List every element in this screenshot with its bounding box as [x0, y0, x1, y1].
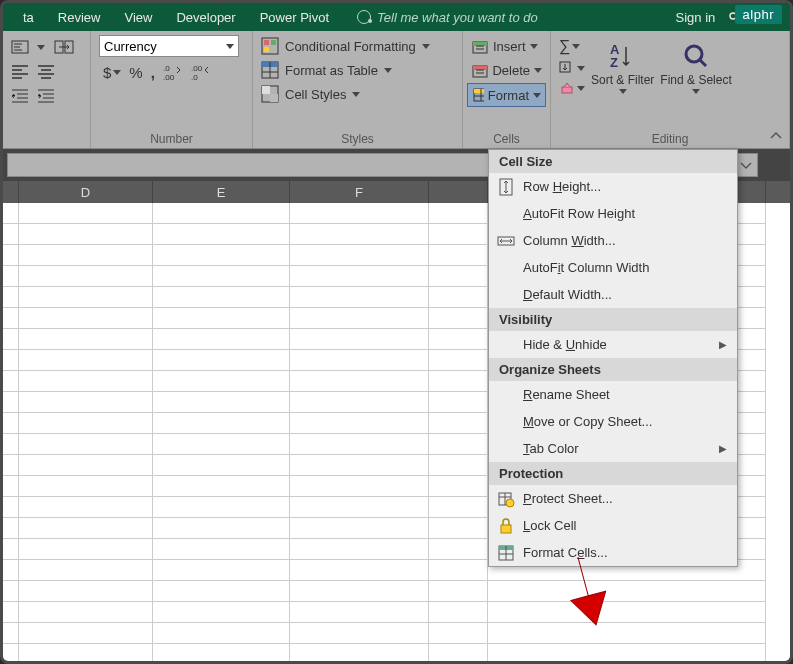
delete-cells-button[interactable]: Delete — [471, 61, 542, 79]
wrap-text-icon[interactable] — [11, 38, 29, 56]
col-header-f[interactable]: F — [290, 181, 429, 203]
insert-cells-button[interactable]: Insert — [471, 37, 542, 55]
collapse-ribbon-button[interactable] — [768, 128, 784, 144]
find-select-button[interactable]: Find & Select — [660, 37, 731, 94]
dropdown-icon — [384, 68, 392, 73]
format-as-table-button[interactable]: Format as Table — [261, 61, 454, 79]
expand-formula-icon[interactable] — [739, 158, 753, 172]
table-row[interactable] — [3, 623, 790, 644]
watermark-badge: alphr — [735, 5, 782, 24]
format-cells-button[interactable]: Format — [467, 83, 546, 107]
find-select-label: Find & Select — [660, 73, 731, 87]
conditional-formatting-button[interactable]: Conditional Formatting — [261, 37, 454, 55]
format-dropdown-menu: Cell Size Row Height... AutoFit Row Heig… — [488, 149, 738, 567]
svg-rect-9 — [264, 40, 269, 45]
tell-me-placeholder: Tell me what you want to do — [377, 10, 538, 25]
tab-data[interactable]: ta — [11, 6, 46, 29]
ribbon-tabs: ta Review View Developer Power Pivot — [11, 6, 341, 29]
menu-autofit-row[interactable]: AutoFit Row Height — [489, 200, 737, 227]
col-header-e[interactable]: E — [153, 181, 290, 203]
menu-move-copy[interactable]: Move or Copy Sheet... — [489, 408, 737, 435]
menu-section-organize: Organize Sheets — [489, 358, 737, 381]
cell-styles-icon — [261, 85, 279, 103]
percent-button[interactable]: % — [129, 64, 142, 81]
dropdown-icon — [530, 44, 538, 49]
decrease-decimal-icon[interactable]: .00.0 — [191, 63, 211, 81]
sort-filter-button[interactable]: AZ Sort & Filter — [591, 37, 654, 94]
tab-view[interactable]: View — [112, 6, 164, 29]
tell-me-search[interactable]: Tell me what you want to do — [341, 10, 675, 25]
align-center-icon[interactable] — [37, 63, 55, 81]
svg-point-27 — [686, 46, 702, 62]
ribbon-group-cells: Insert Delete Format Cells — [463, 31, 551, 148]
cell-styles-label: Cell Styles — [285, 87, 346, 102]
indent-increase-icon[interactable] — [37, 87, 55, 105]
autosum-button[interactable]: ∑ — [559, 37, 585, 55]
menu-row-height[interactable]: Row Height... — [489, 173, 737, 200]
align-left-icon[interactable] — [11, 63, 29, 81]
svg-rect-15 — [262, 86, 270, 94]
table-row[interactable] — [3, 602, 790, 623]
fill-icon — [559, 61, 575, 75]
clear-button[interactable] — [559, 81, 585, 95]
svg-point-31 — [506, 499, 514, 507]
format-as-table-label: Format as Table — [285, 63, 378, 78]
svg-text:.0: .0 — [191, 73, 198, 81]
menu-lock-cell[interactable]: Lock Cell — [489, 512, 737, 539]
svg-rect-20 — [473, 66, 487, 70]
menu-hide-unhide[interactable]: Hide & Unhide ▶ — [489, 331, 737, 358]
col-header-g[interactable] — [429, 181, 488, 203]
menu-default-width[interactable]: Default Width... — [489, 281, 737, 308]
svg-text:.00: .00 — [191, 64, 203, 73]
svg-rect-18 — [473, 42, 487, 46]
number-format-value: Currency — [104, 39, 157, 54]
lightbulb-icon — [357, 10, 371, 24]
menu-format-cells[interactable]: Format Cells... — [489, 539, 737, 566]
row-height-icon — [497, 178, 515, 196]
tab-developer[interactable]: Developer — [164, 6, 247, 29]
format-cells-icon — [497, 544, 515, 562]
chevron-down-icon — [226, 44, 234, 49]
col-header-d[interactable]: D — [19, 181, 153, 203]
find-select-icon — [681, 41, 711, 71]
format-label: Format — [488, 88, 529, 103]
group-label-cells: Cells — [463, 132, 550, 146]
table-row[interactable] — [3, 581, 790, 602]
menu-tab-color[interactable]: Tab Color ▶ — [489, 435, 737, 462]
fill-button[interactable] — [559, 61, 585, 75]
sign-in-link[interactable]: Sign in — [676, 10, 716, 25]
number-format-select[interactable]: Currency — [99, 35, 239, 57]
insert-label: Insert — [493, 39, 526, 54]
merge-icon[interactable] — [53, 37, 77, 57]
select-all-corner[interactable] — [3, 181, 19, 203]
clear-icon — [559, 81, 575, 95]
delete-icon — [471, 61, 488, 79]
ribbon-group-alignment — [3, 31, 91, 148]
currency-button[interactable]: $ — [103, 64, 121, 81]
indent-decrease-icon[interactable] — [11, 87, 29, 105]
title-bar: ta Review View Developer Power Pivot Tel… — [3, 3, 790, 31]
ribbon: Currency $ % , .0.00 .00.0 Number Condit… — [3, 31, 790, 149]
svg-rect-24 — [562, 87, 572, 93]
menu-autofit-column[interactable]: AutoFit Column Width — [489, 254, 737, 281]
conditional-formatting-label: Conditional Formatting — [285, 39, 416, 54]
lock-icon — [497, 517, 515, 535]
svg-rect-32 — [501, 525, 511, 533]
tab-power-pivot[interactable]: Power Pivot — [248, 6, 341, 29]
menu-column-width[interactable]: Column Width... — [489, 227, 737, 254]
svg-text:.00: .00 — [163, 73, 175, 81]
submenu-arrow-icon: ▶ — [719, 443, 727, 454]
menu-rename-sheet[interactable]: Rename Sheet — [489, 381, 737, 408]
cell-styles-button[interactable]: Cell Styles — [261, 85, 454, 103]
increase-decimal-icon[interactable]: .0.00 — [163, 63, 183, 81]
dropdown-icon[interactable] — [37, 45, 45, 50]
group-label-styles: Styles — [253, 132, 462, 146]
svg-text:.0: .0 — [163, 64, 170, 73]
format-as-table-icon — [261, 61, 279, 79]
dropdown-icon — [534, 68, 542, 73]
tab-review[interactable]: Review — [46, 6, 113, 29]
submenu-arrow-icon: ▶ — [719, 339, 727, 350]
table-row[interactable] — [3, 644, 790, 664]
menu-protect-sheet[interactable]: Protect Sheet... — [489, 485, 737, 512]
comma-button[interactable]: , — [151, 64, 155, 81]
